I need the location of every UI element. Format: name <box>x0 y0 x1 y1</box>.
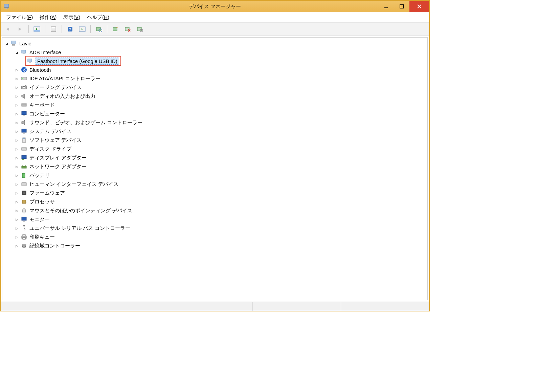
forward-button[interactable] <box>15 24 26 34</box>
expander-icon[interactable]: ▷ <box>15 111 19 116</box>
tree-hid[interactable]: ▷ ヒューマン インターフェイス デバイス <box>4 180 427 189</box>
hid-icon <box>21 181 27 188</box>
tree-usb[interactable]: ▷ ユニバーサル シリアル バス コントローラー <box>4 224 427 233</box>
svg-rect-53 <box>23 138 25 139</box>
tree-audio-io[interactable]: ▷ オーディオの入力および出力 <box>4 92 427 101</box>
menu-file[interactable]: ファイル(F) <box>3 13 36 22</box>
maximize-button[interactable] <box>394 1 409 12</box>
storage-controller-icon <box>21 242 27 249</box>
printer-icon <box>21 234 27 240</box>
minimize-button[interactable] <box>378 1 394 12</box>
tree-mice[interactable]: ▷ マウスとそのほかのポインティング デバイス <box>4 206 427 215</box>
expander-icon[interactable]: ▷ <box>15 217 19 222</box>
expander-icon[interactable]: ▷ <box>15 208 19 213</box>
scan-hardware-button[interactable] <box>77 24 88 34</box>
expander-icon[interactable]: ▷ <box>15 243 19 248</box>
tree-label: サウンド、ビデオ、およびゲーム コントローラー <box>29 119 142 126</box>
expander-icon[interactable]: ▷ <box>15 129 19 134</box>
software-icon <box>21 137 27 144</box>
tree-battery[interactable]: ▷ バッテリ <box>4 171 427 180</box>
properties-button[interactable] <box>48 24 59 34</box>
svg-rect-68 <box>22 200 26 203</box>
highlight-box: Fastboot interface (Google USB ID) <box>25 56 121 66</box>
expander-icon[interactable]: ▷ <box>15 226 19 231</box>
tree-bluetooth[interactable]: ▷ Bluetooth <box>4 65 427 74</box>
tree-keyboard[interactable]: ▷ キーボード <box>4 101 427 109</box>
tree-print-queues[interactable]: ▷ 印刷キュー <box>4 233 427 241</box>
enable-device-button[interactable] <box>110 24 121 34</box>
tree-label: バッテリ <box>29 172 50 179</box>
tree-network-adapters[interactable]: ▷ ネットワーク アダプター <box>4 162 427 171</box>
show-hide-console-button[interactable] <box>31 24 42 34</box>
tree-ide[interactable]: ▷ IDE ATA/ATAPI コントローラー <box>4 74 427 83</box>
tree-display-adapters[interactable]: ▷ ディスプレイ アダプター <box>4 153 427 162</box>
disable-device-button[interactable] <box>134 24 145 34</box>
menu-view[interactable]: 表示(V) <box>60 13 84 22</box>
svg-rect-76 <box>23 221 25 222</box>
device-tree: ◢ Lavie ◢ ADB Interface <box>2 38 427 252</box>
expander-icon[interactable]: ▷ <box>15 85 19 90</box>
expander-icon[interactable]: ▷ <box>15 94 19 99</box>
svg-rect-50 <box>22 129 26 132</box>
expander-icon[interactable]: ▷ <box>15 147 19 151</box>
expander-icon[interactable]: ▷ <box>15 120 19 125</box>
svg-rect-32 <box>12 44 15 45</box>
expander-icon[interactable]: ▷ <box>15 76 19 81</box>
status-panel <box>341 302 429 311</box>
tree-computer[interactable]: ▷ コンピューター <box>4 109 427 118</box>
tree-root[interactable]: ◢ Lavie <box>4 39 427 48</box>
usb-icon <box>21 225 27 232</box>
expander-icon[interactable]: ▷ <box>15 103 19 107</box>
tree-adb-interface[interactable]: ◢ ADB Interface <box>4 48 427 57</box>
tree-system-devices[interactable]: ▷ システム デバイス <box>4 127 427 136</box>
svg-rect-47 <box>22 111 26 115</box>
tree-label: 印刷キュー <box>29 234 55 240</box>
drive-controller-icon <box>21 75 27 82</box>
svg-rect-22 <box>113 27 117 31</box>
expander-icon[interactable]: ▷ <box>15 182 19 187</box>
expander-icon[interactable]: ▷ <box>15 235 19 239</box>
expander-icon[interactable]: ◢ <box>15 50 19 55</box>
battery-icon <box>21 172 27 179</box>
expander-icon[interactable]: ◢ <box>4 41 9 46</box>
back-button[interactable] <box>3 24 14 34</box>
tree-label: Bluetooth <box>29 67 51 73</box>
tree-label: システム デバイス <box>29 128 71 135</box>
tree-monitor[interactable]: ▷ モニター <box>4 215 427 224</box>
tree-label: ディスプレイ アダプター <box>29 155 87 161</box>
svg-point-65 <box>25 184 25 184</box>
tree-sound-video-game[interactable]: ▷ サウンド、ビデオ、およびゲーム コントローラー <box>4 118 427 127</box>
update-driver-button[interactable] <box>93 24 104 34</box>
expander-icon[interactable]: ▷ <box>15 138 19 143</box>
tree-imaging[interactable]: ▷ イメージング デバイス <box>4 83 427 92</box>
help-button[interactable]: ? <box>65 24 75 34</box>
tree-firmware[interactable]: ▷ ファームウェア <box>4 189 427 197</box>
mouse-icon <box>21 207 27 214</box>
tree-label: モニター <box>29 216 50 223</box>
toolbar-separator <box>28 25 29 33</box>
tree-software-devices[interactable]: ▷ ソフトウェア デバイス <box>4 136 427 145</box>
device-tree-panel[interactable]: ◢ Lavie ◢ ADB Interface <box>2 37 428 300</box>
toolbar-separator <box>90 25 91 33</box>
expander-icon[interactable]: ▷ <box>15 155 19 160</box>
svg-marker-7 <box>19 27 21 31</box>
tree-storage-controllers[interactable]: ▷ 記憶域コントローラー <box>4 241 427 250</box>
expander-icon[interactable]: ▷ <box>15 67 19 72</box>
svg-rect-38 <box>21 77 27 80</box>
tree-fastboot-item[interactable]: Fastboot interface (Google USB ID) <box>4 57 427 65</box>
expander-icon[interactable]: ▷ <box>15 199 19 204</box>
menu-help[interactable]: ヘルプ(H) <box>84 13 113 22</box>
expander-icon[interactable]: ▷ <box>15 164 19 169</box>
monitor-icon <box>21 110 27 117</box>
uninstall-device-button[interactable] <box>122 24 133 34</box>
tree-label: プロセッサ <box>29 199 55 205</box>
tree-disk-drives[interactable]: ▷ ディスク ドライブ <box>4 145 427 153</box>
speaker-icon <box>21 119 27 126</box>
expander-icon[interactable]: ▷ <box>15 191 19 195</box>
tree-label: Lavie <box>19 41 31 46</box>
tree-processor[interactable]: ▷ プロセッサ <box>4 197 427 206</box>
close-button[interactable] <box>409 1 429 12</box>
expander-icon[interactable]: ▷ <box>15 173 19 178</box>
svg-rect-75 <box>22 217 26 220</box>
menu-action[interactable]: 操作(A) <box>36 13 60 22</box>
